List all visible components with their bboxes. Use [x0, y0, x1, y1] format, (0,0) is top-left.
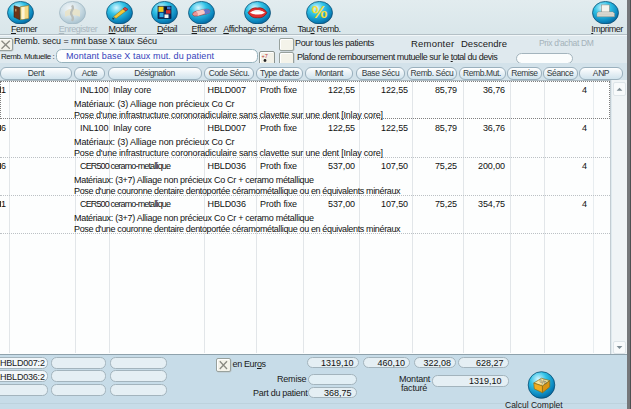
svg-text:%: %: [311, 4, 327, 22]
svg-text:+7: +7: [261, 53, 267, 59]
